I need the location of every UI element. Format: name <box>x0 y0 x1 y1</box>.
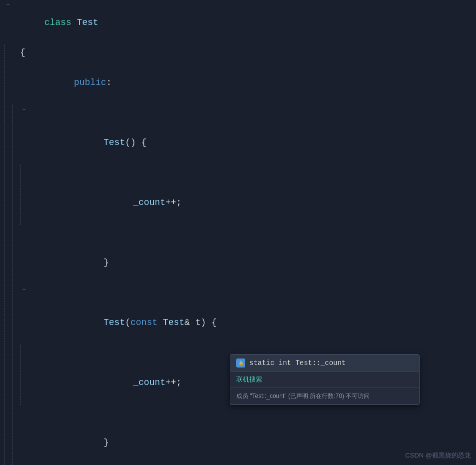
line-public: public: <box>8 60 476 105</box>
popup-item-label: static int Test::_count <box>249 359 346 367</box>
class-name: Test <box>77 18 98 28</box>
popup-link[interactable]: 联机搜索 <box>230 372 419 387</box>
line-class: − class Test <box>0 0 476 45</box>
autocomplete-popup: 🔒 static int Test::_count 联机搜索 成员 "Test:… <box>230 354 420 405</box>
popup-item-icon: 🔒 <box>236 358 245 368</box>
watermark: CSDN @截黑烧的恐龙 <box>405 451 471 460</box>
fold-icon-ctor1[interactable]: − <box>20 106 28 114</box>
line-constructor1: − Test() { <box>16 105 476 165</box>
line-content-class: class Test <box>12 0 476 45</box>
line-close-ctor1: } <box>16 225 476 285</box>
popup-link-text[interactable]: 联机搜索 <box>236 376 262 383</box>
line-count-pp1: _count++; <box>24 165 476 225</box>
popup-description: 成员 "Test::_count" (已声明 所在行数:70) 不可访问 <box>230 387 419 404</box>
fold-icon-ctor2[interactable]: − <box>20 286 28 294</box>
line-open-brace: { <box>8 45 476 60</box>
keyword-class: class <box>44 18 71 28</box>
popup-item[interactable]: 🔒 static int Test::_count <box>230 354 419 372</box>
fold-icon-class[interactable]: − <box>4 2 12 8</box>
code-editor: − class Test { public: <box>0 0 476 465</box>
line-constructor2: − Test(const Test& t) { <box>16 285 476 345</box>
